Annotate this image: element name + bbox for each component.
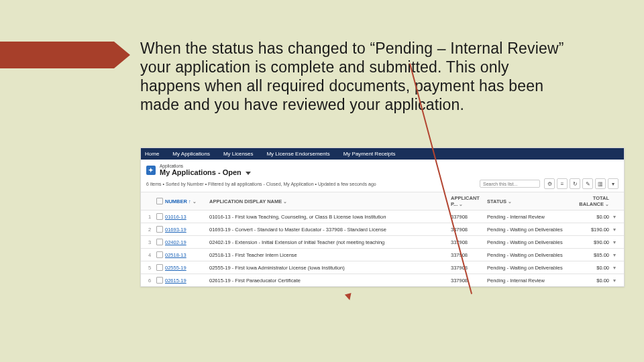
row-status: Pending - Waiting on Deliverables xyxy=(487,239,576,245)
list-title-text: My Applications - Open xyxy=(160,168,241,176)
nav-item[interactable]: My Licenses xyxy=(223,151,253,157)
row-status: Pending - Internal Review xyxy=(487,278,576,284)
accent-chevron xyxy=(114,42,130,68)
row-number-link[interactable]: 01693-19 xyxy=(165,227,209,233)
row-action-menu[interactable]: ▾ xyxy=(609,265,620,271)
table-row: 101016-1301016-13 - First Iowa Teaching,… xyxy=(141,210,624,223)
table-header: NUMBER ↑⌄ APPLICATION DISPLAY NAME⌄ APPL… xyxy=(141,192,624,210)
row-display-name: 02615-19 - First Paraeducator Certificat… xyxy=(209,278,451,284)
list-icon[interactable]: ≡ xyxy=(557,178,568,189)
row-number-link[interactable]: 01016-13 xyxy=(165,214,209,220)
screenshot-panel: HomeMy ApplicationsMy LicensesMy License… xyxy=(140,147,625,287)
row-display-name: 02402-19 - Extension - Initial Extension… xyxy=(209,239,451,245)
row-index: 6 xyxy=(145,278,154,284)
apps-small-label: Applications xyxy=(160,164,251,168)
row-index: 1 xyxy=(145,214,154,220)
col-display-name[interactable]: APPLICATION DISPLAY NAME⌄ xyxy=(209,198,451,204)
row-checkbox[interactable] xyxy=(156,277,163,284)
row-display-name: 01693-19 - Convert - Standard to Master … xyxy=(209,227,451,233)
row-action-menu[interactable]: ▾ xyxy=(609,214,620,220)
row-index: 4 xyxy=(145,252,154,258)
refresh-icon[interactable]: ↻ xyxy=(570,178,580,189)
row-index: 3 xyxy=(145,239,154,245)
select-all-checkbox[interactable] xyxy=(156,198,163,204)
col-status[interactable]: STATUS⌄ xyxy=(487,198,576,204)
list-title[interactable]: My Applications - Open xyxy=(160,168,251,176)
toolbar: ⚙≡↻✎▥▾ xyxy=(544,178,619,189)
row-checkbox[interactable] xyxy=(156,213,163,220)
row-balance: $0.00 xyxy=(576,214,609,220)
instruction-text: When the status has changed to “Pending … xyxy=(140,39,568,114)
row-number-link[interactable]: 02518-13 xyxy=(165,252,209,258)
filter-icon[interactable]: ▾ xyxy=(608,178,619,189)
row-index: 2 xyxy=(145,227,154,233)
row-checkbox[interactable] xyxy=(156,264,163,271)
row-balance: $0.00 xyxy=(576,265,609,271)
row-number-link[interactable]: 02555-19 xyxy=(165,265,209,271)
chevron-down-icon: ⌄ xyxy=(508,199,512,204)
row-applicant: 337908 xyxy=(451,265,487,271)
row-action-menu[interactable]: ▾ xyxy=(609,278,620,284)
row-balance: $0.00 xyxy=(576,278,609,284)
app-logo-icon: ✦ xyxy=(146,166,156,175)
row-checkbox[interactable] xyxy=(156,226,163,233)
row-checkbox[interactable] xyxy=(156,239,163,245)
callout-arrow-head xyxy=(345,293,353,301)
chevron-down-icon: ⌄ xyxy=(459,202,463,207)
table-row: 402518-1302518-13 - First Teacher Intern… xyxy=(141,248,624,261)
row-checkbox[interactable] xyxy=(156,251,163,258)
row-display-name: 02555-19 - First Iowa Administrator Lice… xyxy=(209,265,451,271)
row-index: 5 xyxy=(145,265,154,271)
row-number-link[interactable]: 02402-19 xyxy=(165,239,209,245)
table-row: 302402-1902402-19 - Extension - Initial … xyxy=(141,235,624,248)
nav-item[interactable]: Home xyxy=(145,151,159,157)
search-input[interactable] xyxy=(480,180,540,188)
row-balance: $190.00 xyxy=(576,227,609,233)
filter-summary: 6 items • Sorted by Number • Filtered by… xyxy=(146,182,480,186)
row-display-name: 02518-13 - First Teacher Intern License xyxy=(209,252,451,258)
table-row: 602615-1902615-19 - First Paraeducator C… xyxy=(141,274,624,286)
row-status: Pending - Waiting on Deliverables xyxy=(487,227,576,233)
nav-item[interactable]: My Applications xyxy=(172,151,210,157)
row-applicant: 337908 xyxy=(451,214,487,220)
chevron-down-icon: ⌄ xyxy=(605,202,609,207)
nav-item[interactable]: My Payment Receipts xyxy=(343,151,396,157)
accent-bar xyxy=(0,42,114,68)
nav-item[interactable]: My License Endorsements xyxy=(266,151,329,157)
dropdown-triangle-icon xyxy=(246,172,251,175)
row-status: Pending - Waiting on Deliverables xyxy=(487,265,576,271)
chevron-down-icon: ⌄ xyxy=(283,199,287,204)
top-nav: HomeMy ApplicationsMy LicensesMy License… xyxy=(141,148,624,160)
row-number-link[interactable]: 02615-19 xyxy=(165,278,209,284)
table-row: 201693-1901693-19 - Convert - Standard t… xyxy=(141,223,624,235)
row-action-menu[interactable]: ▾ xyxy=(609,227,620,233)
row-applicant: 337908 xyxy=(451,227,487,233)
chart-icon[interactable]: ▥ xyxy=(595,178,606,189)
edit-icon[interactable]: ✎ xyxy=(582,178,593,189)
col-balance[interactable]: TOTAL BALANCE⌄ xyxy=(576,195,609,207)
row-balance: $90.00 xyxy=(576,239,609,245)
col-number[interactable]: NUMBER ↑⌄ xyxy=(165,198,209,204)
row-balance: $85.00 xyxy=(576,252,609,258)
chevron-down-icon: ⌄ xyxy=(193,199,197,204)
row-display-name: 01016-13 - First Iowa Teaching, Counseli… xyxy=(209,214,451,220)
row-action-menu[interactable]: ▾ xyxy=(609,239,620,245)
row-applicant: 337908 xyxy=(451,252,487,258)
col-applicant[interactable]: APPLICANT P...⌄ xyxy=(451,195,487,207)
row-status: Pending - Internal Review xyxy=(487,214,576,220)
row-status: Pending - Waiting on Deliverables xyxy=(487,252,576,258)
list-subheader: 6 items • Sorted by Number • Filtered by… xyxy=(141,178,624,192)
list-header: ✦ Applications My Applications - Open xyxy=(141,160,624,178)
row-action-menu[interactable]: ▾ xyxy=(609,252,620,258)
table-row: 502555-1902555-19 - First Iowa Administr… xyxy=(141,261,624,274)
gear-icon[interactable]: ⚙ xyxy=(544,178,555,189)
